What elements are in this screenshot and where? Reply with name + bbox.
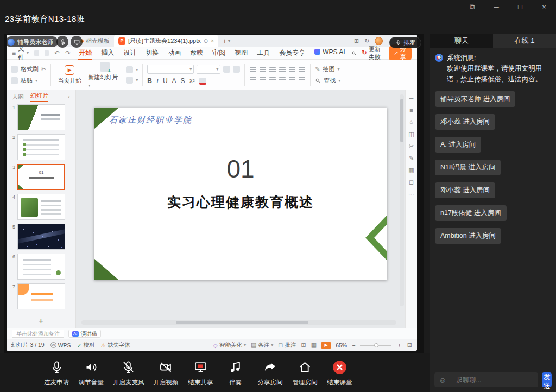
ribbon-tab[interactable]: 切换 (145, 47, 159, 59)
add-slide-button[interactable]: + (7, 316, 75, 328)
toolbar-button[interactable]: 开启麦克风 (113, 358, 144, 387)
side-tool-icon[interactable] (408, 191, 414, 197)
toolbar-button[interactable]: 结束课堂 (327, 358, 353, 387)
window-control-icon[interactable] (492, 3, 501, 11)
save-icon[interactable] (34, 50, 39, 56)
toolbar-button[interactable]: 分享房间 (257, 358, 283, 387)
side-tool-icon[interactable] (409, 96, 414, 102)
toolbar-button[interactable]: 结束共享 (188, 358, 214, 387)
new-slide-button[interactable]: 新建幻灯片 ▾ (88, 62, 122, 88)
horizontal-scrollbar[interactable] (81, 320, 396, 325)
new-tab-icon[interactable]: + (223, 37, 227, 45)
slide-thumbnail[interactable]: 01 (17, 164, 65, 190)
ai-speech-button[interactable]: AI 演讲稿 (68, 330, 101, 338)
zoom-slider[interactable] (360, 345, 391, 346)
indent-decrease-icon[interactable] (269, 67, 276, 73)
window-control-icon[interactable] (540, 3, 548, 11)
proofread-status[interactable]: 校对 (77, 342, 95, 349)
number-list-icon[interactable] (260, 67, 266, 73)
bullet-list-icon[interactable] (250, 67, 256, 73)
wps-status-item[interactable]: WWPS (50, 342, 71, 349)
font-family-select[interactable] (147, 65, 194, 74)
notes-toggle-button[interactable]: ▤备注▾ (251, 342, 273, 349)
comments-button[interactable]: ◻批注 (278, 342, 296, 349)
tab-online[interactable]: 在线 1 (493, 34, 556, 48)
current-slide[interactable]: 石家庄财经职业学院 01 实习心理健康教育概述 (94, 108, 387, 280)
document-tab[interactable]: P [只读]主题班会1234(1).pptx ⊙ × (114, 35, 218, 47)
slide-thumbnail[interactable] (17, 224, 65, 250)
window-control-icon[interactable] (468, 3, 477, 11)
sync-icon[interactable]: ↻ (364, 37, 369, 45)
tab-close-icon[interactable]: × (211, 38, 214, 44)
ribbon-tab[interactable]: WPS AI (314, 47, 345, 59)
side-tool-icon[interactable] (409, 108, 413, 113)
toolbar-button[interactable]: 调节音量 (78, 358, 104, 387)
search-icon[interactable] (351, 49, 357, 57)
toolbar-button[interactable]: 伴奏 (223, 358, 249, 387)
slide-thumbnail[interactable] (17, 194, 65, 220)
ribbon-tab[interactable]: 设计 (123, 47, 137, 59)
user-avatar[interactable] (375, 37, 383, 45)
update-failed-status[interactable]: 更新失败 (362, 45, 383, 61)
presenter-mic-muted-button[interactable] (56, 36, 68, 48)
chat-input[interactable] (450, 376, 534, 384)
fit-window-icon[interactable]: ⊡ (407, 342, 412, 349)
decrease-font-icon[interactable] (233, 66, 240, 73)
message-center-icon[interactable]: ⊞ (354, 37, 359, 45)
slide-thumbnail[interactable] (17, 254, 65, 280)
slide-thumbnail[interactable] (17, 104, 65, 130)
normal-view-icon[interactable]: ⊞ (301, 342, 306, 349)
align-center-icon[interactable] (260, 77, 266, 83)
ribbon-tab[interactable]: 开始 (78, 47, 92, 59)
side-tool-icon[interactable] (409, 119, 414, 125)
collapse-panel-icon[interactable]: ‹ (68, 93, 70, 100)
smart-beautify-button[interactable]: ◇智能美化▾ (213, 342, 246, 349)
zoom-out-icon[interactable]: − (352, 342, 355, 349)
zoom-in-icon[interactable]: ＋ (396, 342, 402, 349)
ribbon-tab[interactable]: 会员专享 (279, 47, 306, 59)
ribbon-tab[interactable]: 动画 (167, 47, 181, 59)
queue-mic-button[interactable]: 排麦 (389, 37, 421, 48)
tab-list-chevron-icon[interactable]: ▾ (228, 38, 231, 43)
ribbon-tab[interactable]: 视图 (234, 47, 248, 59)
find-button[interactable]: 查找▾ (315, 77, 340, 85)
notes-placeholder[interactable]: 单击此处添加备注 (12, 330, 64, 338)
presenter-screen-button[interactable] (71, 36, 83, 48)
ribbon-tab[interactable]: 插入 (100, 47, 115, 59)
side-tool-icon[interactable] (409, 155, 414, 161)
ribbon-tab[interactable]: 放映 (189, 47, 204, 59)
italic-button[interactable]: I (156, 77, 159, 85)
draw-button[interactable]: ✎绘图▾ (315, 65, 340, 73)
ribbon-tab[interactable]: 审阅 (212, 47, 226, 59)
missing-font-warning[interactable]: 缺失字体 (100, 342, 130, 349)
slide-thumbnail[interactable] (17, 283, 65, 309)
strike-button[interactable]: S (181, 77, 185, 85)
underline-button[interactable]: U (163, 77, 168, 85)
sorter-view-icon[interactable]: ▦ (311, 342, 317, 349)
letter-a-button[interactable]: A (172, 77, 176, 85)
indent-increase-icon[interactable] (279, 67, 286, 73)
ribbon-tab[interactable]: 工具 (256, 47, 270, 59)
play-from-current-button[interactable]: ▶ 当页开始 (55, 65, 84, 85)
tab-chat[interactable]: 聊天 (430, 34, 493, 48)
font-size-select[interactable] (197, 65, 220, 74)
superscript-button[interactable]: X² (189, 78, 195, 84)
paragraph-more-icon[interactable] (299, 77, 305, 83)
text-direction-icon[interactable] (299, 67, 305, 73)
undo-icon[interactable]: ↶ (54, 49, 60, 57)
align-right-icon[interactable] (269, 77, 276, 83)
section-icon[interactable] (126, 77, 133, 84)
window-control-icon[interactable] (516, 3, 525, 11)
toolbar-button[interactable]: 管理房间 (292, 358, 318, 387)
side-tool-icon[interactable] (408, 131, 414, 137)
print-icon[interactable] (45, 50, 49, 56)
format-painter-button[interactable]: 格式刷✂ (11, 65, 46, 73)
outline-tab[interactable]: 大纲 (12, 93, 24, 101)
slides-tab[interactable]: 幻灯片 (30, 92, 48, 102)
align-left-icon[interactable] (250, 77, 256, 83)
font-color-button[interactable] (199, 78, 206, 85)
send-button[interactable]: 发送 (542, 372, 552, 387)
emoji-icon[interactable]: ☺ (439, 376, 446, 384)
vertical-scrollbar[interactable] (400, 94, 404, 306)
columns-icon[interactable] (289, 77, 295, 83)
